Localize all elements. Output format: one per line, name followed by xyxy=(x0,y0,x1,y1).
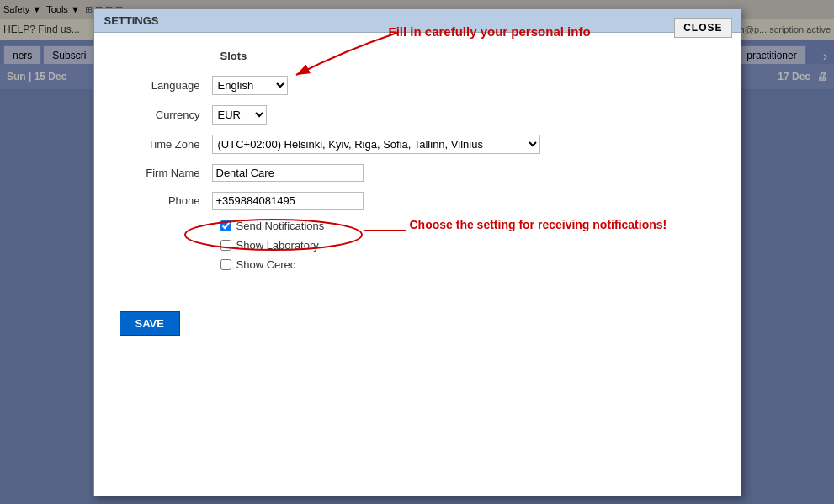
firmname-row: Firm Name xyxy=(120,164,715,182)
send-notifications-row: Send Notifications xyxy=(220,220,715,232)
language-select[interactable]: English Bulgarian German French xyxy=(212,76,288,95)
phone-input[interactable] xyxy=(212,192,364,210)
currency-row: Currency EUR USD GBP xyxy=(120,105,715,125)
currency-label: Currency xyxy=(120,109,212,121)
currency-select[interactable]: EUR USD GBP xyxy=(212,105,267,125)
slots-label: Slots xyxy=(220,50,715,62)
show-laboratory-row: Show Laboratory xyxy=(220,239,715,252)
timezone-label: Time Zone xyxy=(120,138,212,151)
save-button[interactable]: SAVE xyxy=(120,311,180,336)
modal-overlay: CLOSE SETTINGS Slots Language English Bu… xyxy=(0,0,834,504)
show-laboratory-checkbox[interactable] xyxy=(220,240,231,251)
show-cerec-row: Show Cerec xyxy=(220,258,715,271)
send-notifications-checkbox[interactable] xyxy=(220,220,231,231)
show-cerec-label[interactable]: Show Cerec xyxy=(236,258,296,271)
timezone-select[interactable]: (UTC+02:00) Helsinki, Kyiv, Riga, Sofia,… xyxy=(212,135,540,154)
send-notifications-label[interactable]: Send Notifications xyxy=(236,220,325,232)
modal-content: Slots Language English Bulgarian German … xyxy=(94,33,741,294)
firmname-input[interactable] xyxy=(212,164,364,182)
language-label: Language xyxy=(120,79,212,92)
settings-header: SETTINGS xyxy=(94,9,741,33)
timezone-row: Time Zone (UTC+02:00) Helsinki, Kyiv, Ri… xyxy=(120,135,715,154)
language-row: Language English Bulgarian German French xyxy=(120,76,715,95)
settings-modal: CLOSE SETTINGS Slots Language English Bu… xyxy=(93,8,741,496)
show-laboratory-label[interactable]: Show Laboratory xyxy=(236,239,319,252)
firmname-label: Firm Name xyxy=(120,167,212,179)
phone-row: Phone xyxy=(120,192,715,210)
show-cerec-checkbox[interactable] xyxy=(220,259,231,270)
phone-label: Phone xyxy=(120,194,212,207)
